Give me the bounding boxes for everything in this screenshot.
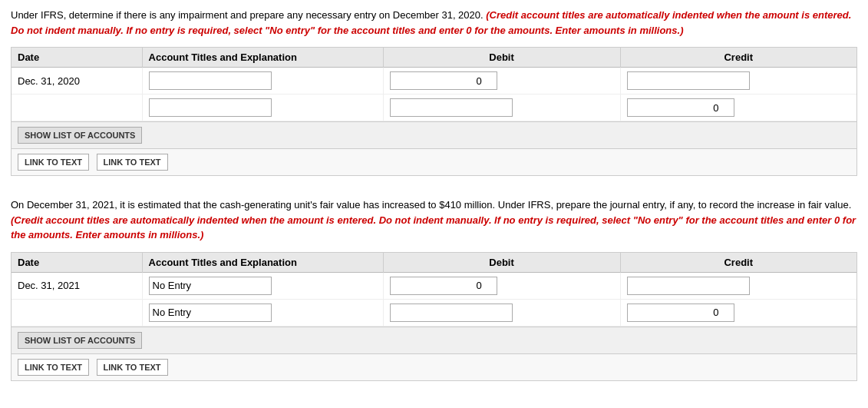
- section1-toolbar: SHOW LIST OF ACCOUNTS: [12, 121, 856, 148]
- section2-instructions-normal: On December 31, 2021, it is estimated th…: [11, 199, 851, 211]
- table-row: Dec. 31, 2020: [12, 68, 856, 95]
- show-accounts-button-2[interactable]: SHOW LIST OF ACCOUNTS: [18, 332, 142, 349]
- link-to-text-button-2a[interactable]: LINK TO TEXT: [18, 359, 89, 376]
- row4-account-cell: [142, 299, 383, 326]
- section2-toolbar: SHOW LIST OF ACCOUNTS: [12, 327, 856, 353]
- row1-account-cell: [142, 68, 383, 95]
- row3-debit-input[interactable]: [390, 277, 497, 295]
- row3-date: Dec. 31, 2021: [12, 272, 142, 299]
- link-to-text-button-2b[interactable]: LINK TO TEXT: [97, 359, 168, 376]
- row3-account-input[interactable]: [149, 277, 272, 295]
- section1-instructions-normal: Under IFRS, determine if there is any im…: [11, 9, 484, 21]
- col-account-2: Account Titles and Explanation: [142, 253, 383, 273]
- row3-credit-input[interactable]: [627, 277, 750, 295]
- row2-credit-cell: [620, 95, 856, 121]
- show-accounts-button-1[interactable]: SHOW LIST OF ACCOUNTS: [18, 127, 142, 144]
- row2-date: [12, 95, 142, 121]
- row3-debit-cell: [383, 272, 620, 299]
- row4-account-input[interactable]: [149, 304, 272, 322]
- section1-table: Date Account Titles and Explanation Debi…: [12, 48, 856, 121]
- col-date-2: Date: [12, 253, 142, 273]
- col-debit-2: Debit: [383, 253, 620, 273]
- row3-account-cell: [142, 272, 383, 299]
- row2-debit-cell: [383, 95, 620, 121]
- col-debit-1: Debit: [383, 48, 620, 68]
- row4-date: [12, 299, 142, 326]
- section2: Date Account Titles and Explanation Debi…: [11, 252, 857, 381]
- section2-links: LINK TO TEXT LINK TO TEXT: [12, 353, 856, 380]
- row4-debit-input[interactable]: [390, 304, 513, 322]
- section1: Date Account Titles and Explanation Debi…: [11, 47, 857, 176]
- row1-debit-input[interactable]: [390, 71, 497, 90]
- row3-credit-cell: [620, 272, 856, 299]
- row1-debit-cell: [383, 68, 620, 95]
- row2-account-input[interactable]: [149, 98, 272, 117]
- row4-debit-cell: [383, 299, 620, 326]
- col-account-1: Account Titles and Explanation: [142, 48, 383, 68]
- section1-instructions: Under IFRS, determine if there is any im…: [11, 8, 857, 38]
- row2-debit-input[interactable]: [390, 98, 513, 117]
- table-row: [12, 95, 856, 121]
- row4-credit-cell: [620, 299, 856, 326]
- col-credit-2: Credit: [620, 253, 856, 273]
- link-to-text-button-1a[interactable]: LINK TO TEXT: [18, 154, 89, 171]
- table-row: Dec. 31, 2021: [12, 272, 856, 299]
- table-row: [12, 299, 856, 326]
- col-date-1: Date: [12, 48, 142, 68]
- row1-account-input[interactable]: [149, 71, 272, 90]
- section2-instructions: On December 31, 2021, it is estimated th…: [11, 197, 857, 243]
- row2-account-cell: [142, 95, 383, 121]
- section1-links: LINK TO TEXT LINK TO TEXT: [12, 148, 856, 175]
- row4-credit-input[interactable]: [627, 304, 734, 322]
- row1-credit-cell: [620, 68, 856, 95]
- row1-credit-input[interactable]: [627, 71, 750, 90]
- row1-date: Dec. 31, 2020: [12, 68, 142, 95]
- col-credit-1: Credit: [620, 48, 856, 68]
- section2-instructions-italic: (Credit account titles are automatically…: [11, 214, 856, 241]
- link-to-text-button-1b[interactable]: LINK TO TEXT: [97, 154, 168, 171]
- row2-credit-input[interactable]: [627, 98, 734, 117]
- section2-table: Date Account Titles and Explanation Debi…: [12, 253, 856, 327]
